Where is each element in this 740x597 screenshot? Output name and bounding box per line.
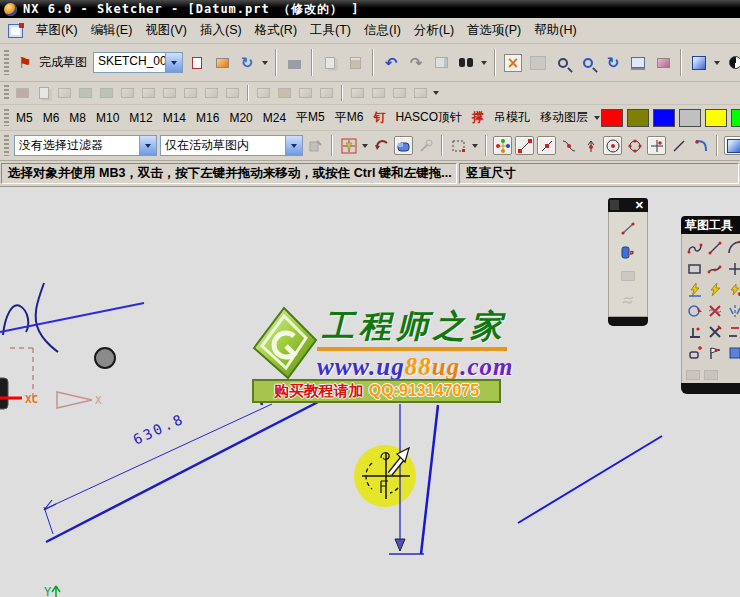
profile-tool-button[interactable] xyxy=(685,238,704,257)
update-sketch-button[interactable] xyxy=(186,52,208,74)
layer-color-swatch-olive[interactable] xyxy=(627,109,649,127)
constraints-button[interactable] xyxy=(705,280,724,299)
selection-scope-dropdown-button[interactable] xyxy=(285,136,302,155)
size-button-m12[interactable]: M12 xyxy=(124,109,157,127)
project-curve-button[interactable] xyxy=(725,343,740,362)
zoom-window-button[interactable] xyxy=(552,52,574,74)
dimension-value[interactable]: 630.8 xyxy=(131,410,187,447)
size-button-m16[interactable]: M16 xyxy=(191,109,224,127)
find-button[interactable] xyxy=(455,52,477,74)
mini-toolbar-footer[interactable] xyxy=(608,317,648,326)
chevron-down-icon[interactable] xyxy=(362,144,368,148)
orient-view-button[interactable] xyxy=(211,52,233,74)
rectangle-select-button[interactable] xyxy=(449,136,468,155)
menu-help[interactable]: 帮助(H) xyxy=(534,22,576,39)
alternate-solution-button[interactable] xyxy=(725,322,740,341)
graphics-canvas[interactable]: XC X 630.8 xyxy=(0,186,740,597)
menu-tools[interactable]: 工具(T) xyxy=(310,22,351,39)
revolve-tool-button[interactable] xyxy=(617,242,639,262)
size-button-m10[interactable]: M10 xyxy=(91,109,124,127)
hasco-ejector-button[interactable]: HASCO顶针 xyxy=(390,107,467,128)
sketch-tools-title[interactable]: 草图工具 xyxy=(681,216,740,234)
previous-selection-button[interactable] xyxy=(372,136,391,155)
snap-midpoint-button[interactable] xyxy=(537,136,556,155)
chevron-down-icon[interactable] xyxy=(714,61,720,65)
edge-tab[interactable] xyxy=(0,378,8,409)
menu-sketch[interactable]: 草图(K) xyxy=(36,22,78,39)
snap-intersection-button[interactable] xyxy=(581,136,600,155)
highlight-filter-button[interactable] xyxy=(339,136,358,155)
selection-scope-combo[interactable]: 仅在活动草图内 xyxy=(160,135,303,156)
snap-endpoint-button[interactable] xyxy=(515,136,534,155)
support-button[interactable]: 撑 xyxy=(467,107,489,128)
size-button-m5[interactable]: M5 xyxy=(11,109,38,127)
secondary-panel-footer[interactable] xyxy=(681,383,740,394)
menu-insert[interactable]: 插入(S) xyxy=(200,22,242,39)
size-button-flat-m5[interactable]: 平M5 xyxy=(291,107,330,128)
close-button[interactable]: ✕ xyxy=(633,200,646,210)
sketch-spline[interactable] xyxy=(36,283,58,352)
menu-format[interactable]: 格式(R) xyxy=(255,22,297,39)
menu-view[interactable]: 视图(V) xyxy=(145,22,187,39)
chevron-down-icon[interactable] xyxy=(262,61,268,65)
layer-color-swatch-red[interactable] xyxy=(601,109,623,127)
render-style-button[interactable] xyxy=(724,52,740,74)
edit-curve-button[interactable] xyxy=(705,343,724,362)
pan-button[interactable] xyxy=(627,52,649,74)
snap-all-button[interactable] xyxy=(493,136,512,155)
perspective-button[interactable] xyxy=(652,52,674,74)
finish-sketch-label[interactable]: 完成草图 xyxy=(39,54,87,71)
arc-tool-button[interactable] xyxy=(725,238,740,257)
sketch-line[interactable] xyxy=(421,405,438,554)
size-button-flat-m6[interactable]: 平M6 xyxy=(330,107,369,128)
chevron-down-icon[interactable] xyxy=(472,144,478,148)
layer-color-swatch-green[interactable] xyxy=(731,109,740,127)
layer-color-swatch-blue[interactable] xyxy=(653,109,675,127)
menu-preferences[interactable]: 首选项(P) xyxy=(467,22,521,39)
rectangle-tool-button[interactable] xyxy=(685,259,704,278)
selection-filter-combo[interactable]: 没有选择过滤器 xyxy=(14,135,157,156)
size-button-m14[interactable]: M14 xyxy=(158,109,191,127)
undo-button[interactable]: ↶ xyxy=(380,52,402,74)
pin-button[interactable]: 钉 xyxy=(368,107,390,128)
mini-toolbar-titlebar[interactable]: ✕ xyxy=(608,198,648,212)
toolbar-grip[interactable] xyxy=(4,50,9,76)
lifting-hole-button[interactable]: 吊模孔 xyxy=(489,107,535,128)
studio-spline-tool-button[interactable] xyxy=(705,259,724,278)
point-tool-button[interactable] xyxy=(725,259,740,278)
circle-trim-button[interactable] xyxy=(685,301,704,320)
solid-snap-button[interactable] xyxy=(724,136,740,155)
inferred-constraints-button[interactable] xyxy=(725,280,740,299)
snap-point-button[interactable] xyxy=(647,136,666,155)
zoom-button[interactable] xyxy=(577,52,599,74)
size-button-m20[interactable]: M20 xyxy=(224,109,257,127)
toolbar-grip[interactable] xyxy=(4,135,9,155)
chevron-down-icon[interactable] xyxy=(594,116,600,120)
perpendicular-constraint-button[interactable] xyxy=(685,322,704,341)
shaded-view-button[interactable] xyxy=(688,52,710,74)
toolbar-grip[interactable] xyxy=(4,85,9,100)
show-constraints-button[interactable] xyxy=(705,301,724,320)
fit-view-button[interactable]: × xyxy=(502,52,524,74)
active-part-icon[interactable] xyxy=(8,24,23,38)
snap-arc-button[interactable] xyxy=(691,136,710,155)
selection-filter-dropdown-button[interactable] xyxy=(139,136,156,155)
datum-plane-dashed[interactable] xyxy=(10,348,33,399)
mirror-curve-button[interactable] xyxy=(725,301,740,320)
snap-enable-button[interactable] xyxy=(394,136,413,155)
reattach-button[interactable]: ↻ xyxy=(236,52,258,74)
size-button-m6[interactable]: M6 xyxy=(38,109,65,127)
offset-curve-button[interactable] xyxy=(685,343,704,362)
layer-color-swatch-gray[interactable] xyxy=(679,109,701,127)
chevron-down-icon[interactable] xyxy=(481,61,487,65)
remove-constraints-button[interactable] xyxy=(705,322,724,341)
sketch-line[interactable] xyxy=(518,436,662,523)
line-tool-button[interactable] xyxy=(705,238,724,257)
snap-quadrant-button[interactable] xyxy=(625,136,644,155)
snap-center-button[interactable] xyxy=(603,136,622,155)
menu-edit[interactable]: 编辑(E) xyxy=(91,22,133,39)
finish-sketch-button[interactable]: ⚑ xyxy=(14,52,36,74)
menu-analysis[interactable]: 分析(L) xyxy=(414,22,454,39)
rapid-dimension-button[interactable] xyxy=(685,280,704,299)
size-button-m8[interactable]: M8 xyxy=(64,109,91,127)
